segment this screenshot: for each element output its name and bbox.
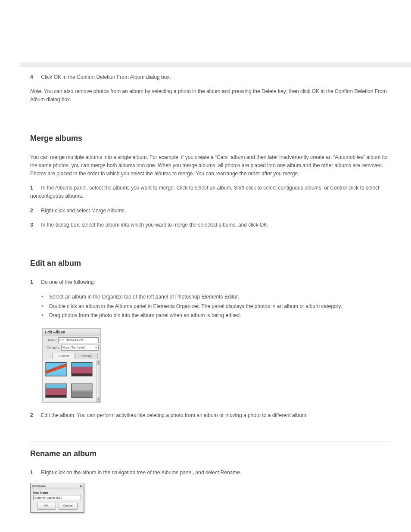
section-title-rename: Rename an album [30, 449, 391, 458]
thumbnail-grid [45, 362, 100, 398]
step-text: Click OK in the Confirm Deletion From Al… [41, 74, 171, 80]
album-thumbnail[interactable] [45, 362, 67, 376]
album-name-input[interactable] [58, 337, 99, 343]
note-text: You can also remove photos from an album… [30, 88, 387, 103]
merge-step-3: 3 In the dialog box, select the album in… [30, 221, 391, 229]
panel-title: Edit Album [43, 329, 100, 336]
scroll-down-icon[interactable]: ▾ [97, 397, 100, 402]
step-text: In the Albums panel, select the albums y… [30, 185, 379, 199]
step-text: Do one of the following: [41, 279, 95, 285]
step-number: 2 [30, 411, 40, 420]
list-item: Double click an album in the Albums pane… [42, 302, 391, 311]
album-thumbnail[interactable] [71, 383, 93, 398]
scroll-up-icon[interactable]: ▴ [97, 360, 100, 365]
step-number: 2 [30, 207, 40, 215]
section-title-edit: Edit an album [30, 259, 391, 268]
edit-step-1: 1 Do one of the following: [30, 278, 391, 286]
note-paragraph: Note: You can also remove photos from an… [30, 87, 391, 104]
category-value: None (Top Level) [62, 346, 85, 349]
header-rule [20, 62, 411, 67]
rename-dialog: Rename × New Name: OK Cancel [30, 483, 84, 513]
new-name-label: New Name: [33, 491, 81, 494]
merge-step-2: 2 Right-click and select Merge Albums. [30, 207, 391, 215]
edit-album-panel: Edit Album Name: Category: None (Top Lev… [42, 328, 101, 403]
new-name-input[interactable] [33, 495, 81, 500]
step-number: 1 [30, 469, 40, 477]
rename-step-1: 1 Right-click on the album in the naviga… [30, 469, 391, 477]
tab-sharing[interactable]: Sharing [75, 353, 98, 359]
list-item: Select an album in the Organize tab of t… [42, 292, 391, 302]
step-text: In the dialog box, select the album into… [41, 222, 268, 228]
tab-content[interactable]: Content [52, 353, 75, 359]
scroll-track[interactable] [97, 365, 100, 397]
dialog-title: Rename [32, 484, 46, 488]
name-label: Name: [43, 339, 58, 342]
note-label: Note: [30, 88, 43, 94]
step-number: 1 [30, 278, 40, 286]
category-select[interactable]: None (Top Level) ▼ [61, 345, 99, 351]
step-number: 4 [30, 73, 40, 81]
list-item: Drag photos from the photo bin into the … [42, 311, 391, 320]
close-icon[interactable]: × [80, 484, 82, 488]
merge-description: You can merge multiple albums into a sin… [30, 153, 391, 178]
step-text: Right-click and select Merge Albums. [41, 208, 126, 214]
album-thumbnail[interactable] [45, 383, 67, 398]
step-number: 3 [30, 221, 40, 229]
scrollbar[interactable]: ▴ ▾ [97, 360, 100, 402]
album-thumbnail[interactable] [71, 362, 93, 376]
ok-button[interactable]: OK [37, 503, 56, 510]
edit-bullet-list: Select an album in the Organize tab of t… [42, 292, 391, 320]
step-text: Edit the album. You can perform activiti… [41, 412, 308, 418]
merge-step-1: 1 In the Albums panel, select the albums… [30, 184, 391, 200]
edit-step-2: 2 Edit the album. You can perform activi… [30, 411, 391, 420]
section-title-merge: Merge albums [30, 134, 391, 143]
category-label: Category: [43, 346, 61, 349]
divider [30, 441, 391, 442]
chevron-down-icon: ▼ [95, 346, 97, 349]
divider [30, 251, 391, 251]
step-4: 4 Click OK in the Confirm Deletion From … [30, 73, 391, 81]
divider [30, 126, 391, 126]
step-number: 1 [30, 184, 40, 192]
cancel-button[interactable]: Cancel [59, 503, 78, 510]
step-text: Right-click on the album in the navigati… [41, 470, 241, 476]
